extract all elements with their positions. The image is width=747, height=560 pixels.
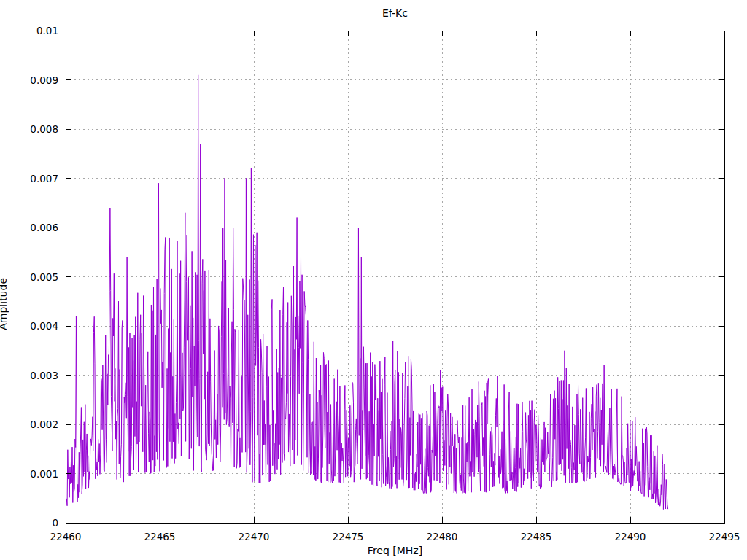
y-tick-label: 0.008 <box>30 123 58 135</box>
y-axis-label-text: Amplitude <box>0 278 9 330</box>
y-tick-label: 0.009 <box>30 74 58 86</box>
chart-title: Ef-Kc <box>66 7 724 19</box>
x-tick-label: 22460 <box>50 531 82 542</box>
x-tick-label: 22495 <box>709 531 740 542</box>
y-tick-label: 0.006 <box>30 222 58 233</box>
y-tick-label: 0.005 <box>30 271 58 283</box>
spectrum-plot: 2246022465224702247522480224852249022495… <box>0 0 747 560</box>
x-tick-label: 22480 <box>427 531 458 542</box>
x-tick-label: 22470 <box>239 531 270 542</box>
series-line-Ef-Kc <box>66 75 667 510</box>
y-tick-label: 0.007 <box>30 173 58 184</box>
x-tick-label: 22465 <box>144 531 176 542</box>
x-tick-label: 22485 <box>521 531 552 542</box>
x-axis-label: Freq [MHz] <box>66 545 724 556</box>
y-tick-label: 0 <box>52 517 58 529</box>
y-tick-label: 0.01 <box>36 25 58 36</box>
y-tick-label: 0.002 <box>30 419 58 430</box>
y-tick-label: 0.003 <box>30 370 58 381</box>
y-tick-label: 0.001 <box>30 468 58 480</box>
y-tick-label: 0.004 <box>30 320 58 332</box>
x-tick-label: 22475 <box>333 531 364 542</box>
chart-container: 2246022465224702247522480224852249022495… <box>0 0 747 560</box>
x-tick-label: 22490 <box>615 531 646 542</box>
